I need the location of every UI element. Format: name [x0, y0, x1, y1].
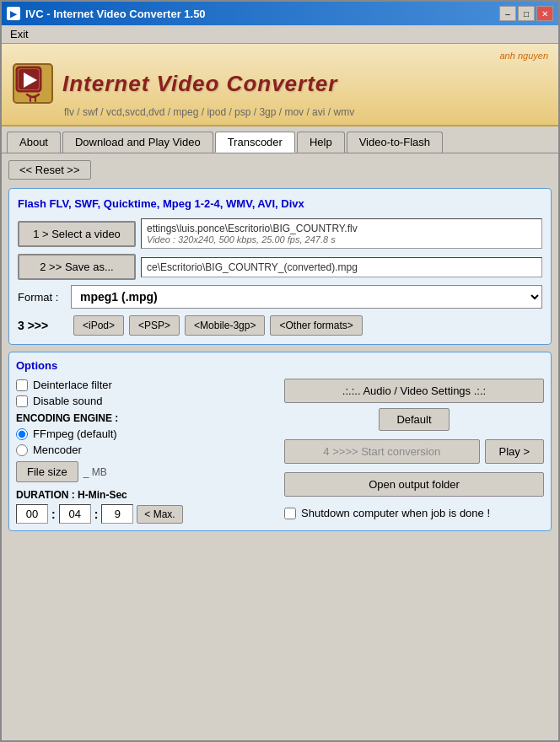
- mencoder-label: Mencoder: [33, 444, 82, 456]
- step2-row: 2 >> Save as... ce\Escritorio\BIG_COUNTR…: [18, 254, 542, 280]
- shutdown-checkbox[interactable]: [284, 508, 296, 519]
- options-grid: Deinterlace filter Disable sound ENCODIN…: [16, 379, 544, 524]
- tab-video-to-flash[interactable]: Video-to-Flash: [347, 132, 443, 153]
- file-path: ettings\luis.ponce\Escritorio\BIG_COUNTR…: [147, 223, 536, 234]
- tabs-bar: About Download and Play Video Transcoder…: [2, 126, 558, 153]
- step1-row: 1 > Select a video ettings\luis.ponce\Es…: [18, 218, 542, 249]
- format-select[interactable]: mpeg1 (.mpg) mpeg2 (.mpg) mpeg4 (.mp4) a…: [71, 285, 542, 309]
- file-info-box: ettings\luis.ponce\Escritorio\BIG_COUNTR…: [141, 218, 542, 249]
- tab-help[interactable]: Help: [297, 132, 345, 153]
- ffmpeg-label: FFmpeg (default): [33, 427, 117, 440]
- main-window: ▶ IVC - Internet Video Converter 1.50 – …: [0, 0, 560, 742]
- encoding-engine-label: ENCODING ENGINE :: [16, 412, 276, 424]
- tab-download[interactable]: Download and Play Video: [62, 132, 213, 153]
- other-formats-button[interactable]: <Other formats>: [270, 315, 362, 336]
- deinterlace-label: Deinterlace filter: [33, 379, 112, 391]
- shutdown-label: Shutdown computer when job is done !: [301, 507, 490, 519]
- banner: anh nguyen Internet Video Converter flv …: [2, 44, 558, 126]
- mencoder-radio[interactable]: [16, 444, 28, 456]
- deinterlace-checkbox[interactable]: [16, 379, 28, 391]
- start-conversion-label: 4 >>>> Start conversion: [284, 439, 480, 464]
- mencoder-row: Mencoder: [16, 444, 276, 456]
- select-video-button[interactable]: 1 > Select a video: [18, 221, 136, 247]
- deinterlace-row: Deinterlace filter: [16, 379, 276, 391]
- format-row: Format : mpeg1 (.mpg) mpeg2 (.mpg) mpeg4…: [18, 285, 542, 309]
- output-file-box: ce\Escritorio\BIG_COUNTRY_(converted).mp…: [141, 257, 542, 277]
- format-label: Format :: [18, 291, 64, 304]
- play-button[interactable]: Play >: [485, 439, 545, 464]
- options-section: Options Deinterlace filter Disable sound…: [8, 352, 552, 531]
- file-size-button[interactable]: File size: [16, 461, 78, 482]
- reset-button[interactable]: << Reset >>: [8, 160, 91, 180]
- conversion-row: 4 >>>> Start conversion Play >: [284, 439, 544, 464]
- minimize-button[interactable]: –: [499, 6, 516, 21]
- psp-button[interactable]: <PSP>: [129, 315, 180, 336]
- section-title: Flash FLV, SWF, Quicktime, Mpeg 1-2-4, W…: [18, 197, 542, 210]
- ffmpeg-radio[interactable]: [16, 428, 28, 440]
- file-meta: Video : 320x240, 500 kbps, 25.00 fps, 24…: [147, 234, 536, 245]
- banner-subtitle: flv / swf / vcd,svcd,dvd / mpeg / ipod /…: [12, 106, 548, 118]
- options-title: Options: [16, 359, 544, 372]
- file-size-row: File size _ MB: [16, 461, 276, 482]
- step3-label: 3 >>>: [18, 319, 68, 332]
- max-duration-button[interactable]: < Max.: [137, 505, 182, 524]
- mb-label: _ MB: [83, 466, 107, 478]
- duration-label: DURATION : H-Min-Sec: [16, 489, 276, 501]
- disable-sound-row: Disable sound: [16, 395, 276, 407]
- output-file-path: ce\Escritorio\BIG_COUNTRY_(converted).mp…: [147, 261, 536, 273]
- ffmpeg-row: FFmpeg (default): [16, 427, 276, 440]
- disable-sound-label: Disable sound: [33, 395, 102, 407]
- format-section: Flash FLV, SWF, Quicktime, Mpeg 1-2-4, W…: [8, 188, 552, 345]
- duration-hours[interactable]: [16, 504, 48, 524]
- duration-seconds[interactable]: [101, 504, 133, 524]
- disable-sound-checkbox[interactable]: [16, 395, 28, 407]
- tab-about[interactable]: About: [7, 132, 61, 153]
- ipod-button[interactable]: <iPod>: [73, 315, 124, 336]
- default-button[interactable]: Default: [379, 408, 449, 431]
- main-content: << Reset >> Flash FLV, SWF, Quicktime, M…: [2, 153, 558, 740]
- open-output-folder-button[interactable]: Open output folder: [284, 472, 544, 497]
- options-right: .:.:.. Audio / Video Settings .:.: Defau…: [284, 379, 544, 524]
- options-left: Deinterlace filter Disable sound ENCODIN…: [16, 379, 276, 524]
- menu-bar: Exit: [2, 25, 558, 44]
- duration-row: : : < Max.: [16, 504, 276, 524]
- tab-transcoder[interactable]: Transcoder: [215, 132, 295, 153]
- title-buttons: – □ ✕: [499, 6, 553, 21]
- audio-video-settings-button[interactable]: .:.:.. Audio / Video Settings .:.:: [284, 379, 544, 403]
- exit-menu-item[interactable]: Exit: [7, 26, 32, 42]
- maximize-button[interactable]: □: [518, 6, 535, 21]
- banner-author: anh nguyen: [12, 51, 548, 61]
- logo-icon: [12, 62, 54, 105]
- banner-title: Internet Video Converter: [62, 71, 337, 97]
- title-bar: ▶ IVC - Internet Video Converter 1.50 – …: [2, 2, 558, 25]
- mobile-3gp-button[interactable]: <Mobile-3gp>: [185, 315, 265, 336]
- save-as-button[interactable]: 2 >> Save as...: [18, 254, 136, 280]
- window-title: IVC - Internet Video Converter 1.50: [25, 8, 206, 20]
- shutdown-row: Shutdown computer when job is done !: [284, 507, 544, 519]
- step3-row: 3 >>> <iPod> <PSP> <Mobile-3gp> <Other f…: [18, 315, 542, 336]
- duration-minutes[interactable]: [59, 504, 91, 524]
- close-button[interactable]: ✕: [536, 6, 553, 21]
- app-icon: ▶: [7, 7, 20, 20]
